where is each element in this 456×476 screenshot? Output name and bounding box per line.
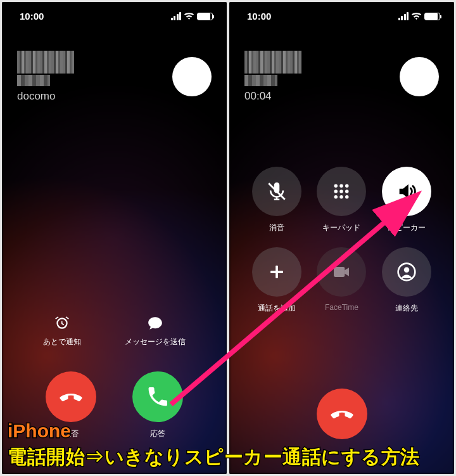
battery-icon: [424, 13, 440, 20]
caller-info: docomo: [2, 25, 227, 103]
svg-point-14: [404, 267, 410, 273]
status-bar: 10:00: [2, 2, 227, 25]
add-call-button[interactable]: 通話を追加: [247, 247, 307, 314]
caller-info: 00:04: [229, 25, 454, 103]
phone-incoming-call: 10:00 docomo あとで通知: [2, 2, 227, 474]
phone-in-call: 10:00 00:04 消音: [229, 2, 454, 474]
speaker-label: スピーカー: [388, 222, 426, 233]
add-call-label: 通話を追加: [258, 303, 296, 314]
facetime-button: FaceTime: [312, 247, 371, 314]
svg-point-6: [345, 190, 349, 193]
status-bar: 10:00: [229, 2, 454, 25]
facetime-label: FaceTime: [325, 303, 358, 312]
svg-point-2: [340, 184, 344, 188]
mute-button[interactable]: 消音: [247, 167, 307, 233]
carrier-label: docomo: [17, 90, 74, 103]
caller-name-redacted-2: [17, 75, 50, 86]
contacts-icon: [396, 262, 417, 282]
svg-point-9: [345, 195, 349, 199]
remind-later-label: あとで通知: [43, 337, 81, 347]
caller-avatar[interactable]: [172, 57, 212, 96]
message-icon: [147, 315, 163, 331]
svg-point-4: [334, 190, 338, 193]
phone-down-icon: [58, 384, 84, 409]
keypad-button[interactable]: キーパッド: [312, 167, 371, 233]
cellular-signal-icon: [398, 12, 409, 20]
mute-icon: [266, 181, 288, 202]
send-message-label: メッセージを送信: [125, 337, 186, 347]
caller-avatar[interactable]: [400, 57, 439, 96]
keypad-label: キーパッド: [322, 222, 360, 233]
svg-point-7: [334, 195, 338, 199]
battery-icon: [197, 13, 213, 20]
caller-name-redacted-2: [244, 75, 277, 86]
contacts-button[interactable]: 連絡先: [377, 247, 436, 314]
facetime-icon: [331, 262, 352, 282]
svg-point-3: [345, 184, 349, 188]
remind-later-button[interactable]: あとで通知: [43, 315, 81, 347]
svg-point-8: [340, 195, 344, 199]
call-duration: 00:04: [244, 90, 301, 103]
status-time: 10:00: [247, 11, 271, 22]
contacts-label: 連絡先: [395, 303, 418, 314]
alarm-icon: [54, 315, 70, 331]
caption-line-2: 電話開始⇒いきなりスピーカー通話にする方法: [8, 444, 420, 470]
phone-icon: [146, 385, 170, 409]
tutorial-caption: iPhone 電話開始⇒いきなりスピーカー通話にする方法: [8, 418, 420, 470]
status-indicators: [398, 12, 441, 20]
svg-point-1: [334, 184, 338, 188]
mute-label: 消音: [269, 222, 284, 233]
wifi-icon: [184, 12, 194, 20]
speaker-icon: [396, 181, 417, 202]
status-time: 10:00: [20, 11, 44, 22]
speaker-button[interactable]: スピーカー: [377, 167, 436, 233]
caption-line-1: iPhone: [8, 418, 420, 444]
cellular-signal-icon: [171, 12, 182, 20]
svg-point-5: [340, 190, 344, 193]
wifi-icon: [411, 12, 422, 20]
status-indicators: [171, 12, 213, 20]
keypad-icon: [332, 182, 351, 201]
svg-rect-11: [270, 271, 283, 273]
svg-rect-12: [334, 267, 345, 277]
call-options-row: あとで通知 メッセージを送信: [2, 315, 227, 347]
caller-name-redacted: [17, 51, 74, 74]
call-controls-grid: 消音 キーパッド スピーカー 通話を追加: [229, 167, 454, 314]
send-message-button[interactable]: メッセージを送信: [125, 315, 186, 347]
caller-name-redacted: [244, 51, 301, 74]
plus-icon: [267, 262, 286, 281]
